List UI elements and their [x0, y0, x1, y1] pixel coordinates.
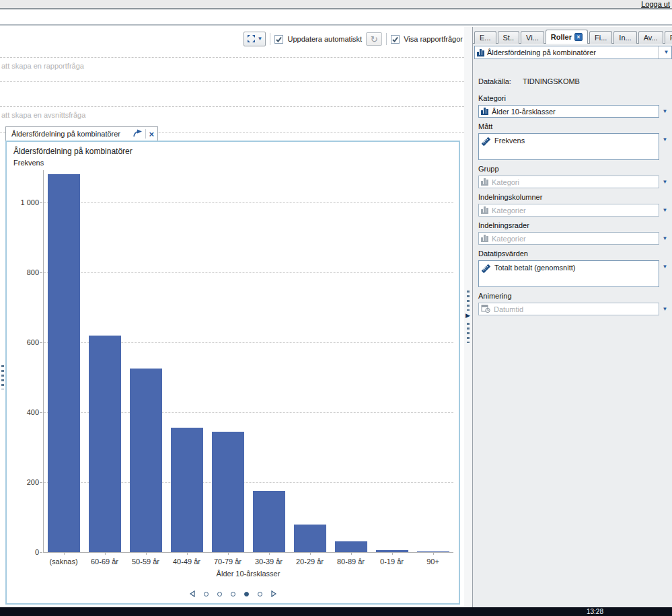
field-box-kategori[interactable]: Ålder 10-årsklasser: [478, 105, 659, 118]
tab-close-icon[interactable]: ×: [574, 33, 583, 41]
field-label: Indelningsrader: [478, 221, 671, 230]
chart-plot-area: 02004006008001 000(saknas)60-69 år50-59 …: [7, 142, 459, 603]
field-box-datatipsv-rden[interactable]: Totalt betalt (genomsnitt): [478, 260, 659, 287]
bar-5[interactable]: [253, 491, 285, 552]
tab-e[interactable]: E...: [474, 31, 496, 44]
bar-3[interactable]: [171, 428, 203, 552]
tab-fi[interactable]: Fi...: [589, 31, 612, 44]
update-auto-checkbox[interactable]: [274, 35, 283, 44]
bar-0[interactable]: [48, 174, 80, 552]
field-box-grupp[interactable]: Kategori: [478, 176, 659, 188]
header-strip: [0, 11, 672, 26]
panel-tabs: E...St..Vi...Roller×Fi...In...Av...R...▼: [474, 30, 671, 44]
x-tick-mark: [269, 553, 270, 555]
field-m-tt: MåttFrekvens▼: [478, 122, 671, 160]
report-canvas: ▼ Uppdatera automatiskt ↻ Visa rapportfr…: [0, 27, 464, 607]
field-box-animering[interactable]: Datumtid: [478, 303, 659, 315]
splitter-handle-top[interactable]: [467, 291, 470, 311]
tab-roller[interactable]: Roller×: [546, 30, 588, 44]
object-selector[interactable]: Åldersfördelning på kombinatörer ▼: [474, 46, 672, 59]
field-box-indelningskolumner[interactable]: Kategorier: [478, 204, 659, 217]
tab-st[interactable]: St..: [498, 31, 520, 44]
field-dropdown-arrow[interactable]: ▼: [659, 232, 671, 241]
tab-label: In...: [619, 34, 631, 42]
field-dropdown-arrow[interactable]: ▼: [659, 260, 671, 270]
x-tick-mark: [228, 553, 229, 555]
bar-8[interactable]: [376, 550, 408, 552]
update-auto-label: Uppdatera automatiskt: [287, 35, 362, 43]
splitter-handle-bottom[interactable]: [467, 323, 470, 343]
chevron-down-icon[interactable]: ▼: [661, 50, 671, 55]
section-dot-2[interactable]: [217, 592, 222, 596]
section-query-placeholder: att skapa en avsnittsfråga: [0, 107, 464, 119]
field-value: Frekvens: [494, 137, 525, 145]
close-icon[interactable]: ×: [149, 130, 154, 139]
bar-4[interactable]: [212, 432, 244, 552]
toolbar-divider: [270, 33, 270, 45]
y-tick-mark: [40, 412, 42, 413]
section-dot-4[interactable]: [244, 592, 249, 596]
layout-expand-button[interactable]: ▼: [244, 32, 266, 46]
category-icon: [481, 235, 488, 242]
bar-2[interactable]: [130, 369, 162, 552]
section-dot-3[interactable]: [231, 592, 235, 596]
properties-panel: E...St..Vi...Roller×Fi...In...Av...R...▼…: [472, 27, 672, 607]
clock-time: 13:28: [587, 608, 603, 615]
tab-in[interactable]: In...: [613, 31, 636, 44]
field-kategori: KategoriÅlder 10-årsklasser▼: [478, 94, 671, 118]
section-dot-5[interactable]: [258, 592, 262, 596]
role-fields: KategoriÅlder 10-årsklasser▼MåttFrekvens…: [473, 94, 672, 320]
show-report-queries-checkbox[interactable]: [391, 35, 400, 44]
collapse-arrow-icon[interactable]: ▶: [465, 312, 470, 319]
chart-window-tab-title: Åldersfördelning på kombinatörer: [11, 130, 130, 138]
datasource-row: Datakälla: TIDNINGSKOMB: [478, 77, 580, 85]
field-grupp: GruppKategori▼: [478, 165, 671, 188]
filter-arrow-icon[interactable]: [133, 129, 143, 139]
bar-1[interactable]: [89, 336, 121, 552]
x-tick-mark: [105, 553, 106, 555]
bar-chart-icon: [477, 49, 484, 56]
x-tick-mark: [392, 553, 393, 555]
x-tick-mark: [310, 553, 311, 555]
next-section-arrow[interactable]: [271, 590, 276, 597]
section-pagination: [7, 590, 459, 597]
chart-window-tab[interactable]: Åldersfördelning på kombinatörer ×: [5, 126, 158, 141]
field-dropdown-arrow[interactable]: ▼: [659, 105, 671, 114]
logout-link[interactable]: Logga ut: [641, 0, 670, 8]
tab-r[interactable]: R...: [665, 31, 672, 44]
refresh-button[interactable]: ↻: [366, 32, 382, 46]
field-value: Kategori: [492, 178, 519, 186]
field-dropdown-arrow[interactable]: ▼: [659, 303, 671, 312]
tab-vi[interactable]: Vi...: [521, 31, 544, 44]
x-tick-label: 50-59 år: [125, 557, 166, 566]
y-tick-label: 800: [12, 268, 39, 276]
prev-section-arrow[interactable]: [190, 590, 195, 597]
field-label: Mått: [478, 122, 671, 131]
tab-av[interactable]: Av...: [638, 31, 663, 44]
measure-ruler-icon: [481, 137, 491, 148]
section-dot-1[interactable]: [204, 592, 209, 596]
bar-chart-panel: Åldersfördelning på kombinatörer Frekven…: [5, 141, 460, 605]
y-axis-line: [43, 170, 44, 552]
tab-label: Vi...: [526, 34, 539, 42]
report-query-dropzone[interactable]: att skapa en rapportfråga: [0, 57, 464, 82]
field-label: Indelningskolumner: [478, 193, 671, 202]
field-box-indelningsrader[interactable]: Kategorier: [478, 232, 659, 245]
x-axis-title: Ålder 10-årsklasser: [43, 570, 453, 578]
field-animering: AnimeringDatumtid▼: [478, 292, 671, 315]
left-splitter-handle[interactable]: [1, 365, 4, 389]
category-icon: [481, 178, 488, 186]
x-tick-label: 20-29 år: [289, 557, 330, 566]
field-box-m-tt[interactable]: Frekvens: [478, 133, 659, 160]
bar-9[interactable]: [417, 551, 449, 552]
datasource-value: TIDNINGSKOMB: [523, 77, 580, 85]
field-dropdown-arrow[interactable]: ▼: [659, 176, 671, 185]
field-dropdown-arrow[interactable]: ▼: [659, 133, 671, 143]
panel-splitter[interactable]: ▶: [464, 27, 472, 607]
x-tick-mark: [64, 553, 65, 555]
expand-icon: [247, 34, 256, 44]
bar-7[interactable]: [335, 541, 367, 552]
field-dropdown-arrow[interactable]: ▼: [659, 204, 671, 213]
refresh-icon: ↻: [371, 34, 378, 44]
bar-6[interactable]: [294, 525, 326, 552]
